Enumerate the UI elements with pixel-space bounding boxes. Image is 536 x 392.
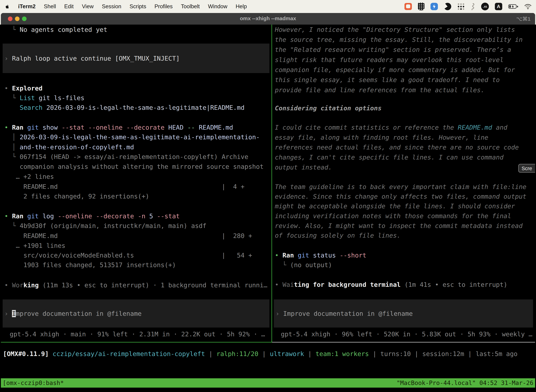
terminal-line: companion file, especially if more comme… (275, 65, 534, 75)
text-segment: team:1 workers (316, 350, 369, 357)
terminal-line: │ 2026-03-09-is-legal-the-same-as-legiti… (5, 132, 271, 142)
terminal-line: 1903 files changed, 513517 insertions(+) (5, 260, 271, 270)
terminal-line: Search 2026-03-09-is-legal-the-same-as-l… (5, 103, 271, 112)
text-segment: (11m 13s • esc to interrupt) · 1 backgro… (39, 281, 267, 289)
terminal-line: README.md | 280 + (5, 231, 271, 241)
text-segment: I (12, 310, 16, 317)
terminal[interactable]: › Ralph loop active continue [OMX_TMUX_I… (1, 25, 535, 392)
terminal-line: provide file and line references from th… (275, 85, 534, 95)
text-segment: companion analysis without altering the … (5, 163, 263, 170)
battery-icon[interactable] (508, 4, 518, 9)
text-segment: --oneline --decorate -n (54, 213, 145, 220)
text-segment: status (309, 252, 336, 259)
pane-left[interactable]: › Ralph loop active continue [OMX_TMUX_I… (1, 25, 272, 342)
chat-badge-icon[interactable] (404, 3, 412, 10)
pane-right[interactable]: › Improve documentation in @filename gpt… (272, 25, 535, 342)
text-segment: review. Also, I might want to inspect th… (275, 222, 523, 229)
text-segment: List (20, 94, 35, 102)
terminal-line: └ (no output) (275, 260, 534, 270)
wifi-icon[interactable] (524, 4, 531, 9)
text-segment: › (5, 55, 12, 62)
text-segment: | (205, 350, 216, 357)
text-segment: └ (5, 94, 20, 102)
left-prompt-input[interactable]: › Improve documentation in @filename (3, 299, 269, 327)
text-segment: ultrawork (270, 350, 304, 357)
menubar-menus: iTerm2 Shell Edit View Session Scripts P… (5, 3, 247, 10)
menu-item-scripts[interactable]: Scripts (129, 3, 146, 10)
text-segment: | turns:10 | session:12m | last:5m ago (369, 350, 517, 357)
terminal-line: │ and-the-erosion-of-copyleft.md (5, 142, 271, 152)
text-segment: └ (275, 261, 290, 269)
menu-item-edit[interactable]: Edit (64, 3, 73, 10)
terminal-line: essay file, along with finding root file… (275, 132, 534, 142)
text-segment: [OMX#0.11.9] (3, 350, 49, 357)
text-segment: companion file, especially if more comme… (275, 66, 515, 73)
terminal-line: └ No agents completed yet (5, 25, 271, 35)
text-segment: 067f154 (HEAD -> essay/ai-reimplementati… (20, 153, 248, 160)
text-segment: Considering citation options (275, 104, 382, 112)
menu-item-help[interactable]: Help (236, 3, 247, 10)
terminal-line: • Ran git status --short (275, 250, 534, 260)
terminal-line: review. Also, I might want to inspect th… (275, 221, 534, 231)
text-segment: README.md (195, 124, 233, 131)
right-prompt-input[interactable]: › Improve documentation in @filename (274, 299, 533, 327)
terminal-line: • Waiting for background terminal (1m 41… (275, 280, 534, 289)
text-segment: | (304, 350, 316, 357)
menu-item-iterm2[interactable]: iTerm2 (18, 3, 36, 10)
text-segment: › (5, 310, 12, 317)
text-segment: README.md (458, 124, 492, 131)
terminal-line: • Working (11m 13s • esc to interrupt) ·… (5, 280, 271, 290)
text-segment: • (5, 85, 12, 92)
text-segment: │ (5, 144, 20, 151)
text-segment: 4b9d30f (origin/main, instructkr/main, m… (20, 222, 206, 229)
menubar-status-area: ..61 A (404, 3, 531, 10)
text-segment: git (23, 213, 39, 220)
text-segment: 2 files changed, 92 insertions(+) (5, 193, 149, 200)
text-segment: and-the-erosion-of-copyleft.md (20, 144, 134, 151)
text-segment: --short (336, 252, 366, 259)
pie-icon[interactable] (444, 3, 451, 10)
terminal-line: The team guideline is to back every impo… (275, 182, 534, 192)
text-segment: └ (5, 222, 20, 229)
dots-grid-icon[interactable] (457, 3, 464, 10)
terminal-line: the source tree, missing the essay. Stil… (275, 35, 534, 45)
text-segment: changes, I can't cite specific file line… (275, 154, 503, 161)
terminal-line: • Ran git log --oneline --decorate -n 5 … (5, 211, 271, 221)
terminal-line: references need actual files, and since … (275, 142, 534, 152)
omx-status-bar: [OMX#0.11.9] cczip/essay/ai-reimplementa… (3, 349, 534, 359)
text-segment: the source tree, missing the essay. Stil… (275, 36, 523, 43)
menu-item-session[interactable]: Session (102, 3, 121, 10)
text-segment: ting for background terminal (294, 281, 401, 288)
gauge-61-icon[interactable]: ..61 (481, 3, 489, 10)
text-segment: • (275, 252, 282, 259)
keypad-shield-icon[interactable] (418, 3, 425, 10)
text-segment: output instead. (275, 164, 332, 171)
menu-item-toolbelt[interactable]: Toolbelt (181, 3, 200, 10)
text-segment: essay file, along with finding root file… (275, 134, 488, 141)
bolt-badge-icon[interactable] (431, 3, 438, 10)
ralph-message-box: › Ralph loop active continue [OMX_TMUX_I… (3, 44, 269, 73)
seahorse-icon[interactable] (471, 3, 475, 10)
text-segment: might be acceptable alongside the file l… (275, 202, 515, 210)
text-segment: 5 (145, 213, 153, 220)
text-segment: -- (184, 124, 195, 131)
terminal-line: • Ran git show --stat --oneline --decora… (5, 122, 271, 132)
menu-item-profiles[interactable]: Profiles (154, 3, 172, 10)
text-segment: | (258, 350, 270, 357)
titlebar[interactable]: omx --xhigh --madmax ⌥⌘1 (1, 13, 535, 25)
text-segment: Search (20, 104, 43, 111)
text-segment: provide file and line references from th… (275, 86, 484, 93)
text-segment: log (39, 213, 54, 220)
text-segment: › (276, 310, 283, 317)
text-segment: git (294, 252, 309, 259)
terminal-line: Considering citation options (275, 103, 534, 113)
terminal-line: └ 4b9d30f (origin/main, instructkr/main,… (5, 221, 271, 231)
terminal-line: might be acceptable alongside the file l… (275, 201, 534, 211)
menu-item-view[interactable]: View (82, 3, 94, 10)
menu-item-shell[interactable]: Shell (44, 3, 56, 10)
letter-a-icon[interactable]: A (495, 3, 502, 10)
text-segment: HEAD (164, 124, 183, 131)
menu-item-window[interactable]: Window (208, 3, 227, 10)
apple-menu-icon[interactable] (5, 4, 10, 9)
window-shortcut-badge: ⌥⌘1 (516, 16, 531, 22)
